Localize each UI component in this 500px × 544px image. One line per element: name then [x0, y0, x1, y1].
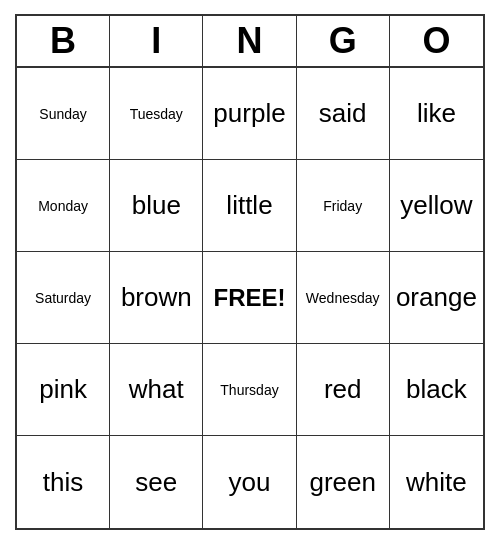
bingo-grid: SundayTuesdaypurplesaidlikeMondaybluelit… — [17, 68, 483, 528]
cell-text: pink — [39, 374, 87, 405]
bingo-cell: Friday — [297, 160, 390, 252]
cell-text: see — [135, 467, 177, 498]
header-letter: B — [17, 16, 110, 66]
cell-text: Sunday — [39, 106, 86, 122]
bingo-cell: you — [203, 436, 296, 528]
header-letter: N — [203, 16, 296, 66]
header-letter: O — [390, 16, 483, 66]
cell-text: blue — [132, 190, 181, 221]
cell-text: yellow — [400, 190, 472, 221]
bingo-cell: red — [297, 344, 390, 436]
bingo-cell: orange — [390, 252, 483, 344]
cell-text: purple — [213, 98, 285, 129]
cell-text: Thursday — [220, 382, 278, 398]
cell-text: Monday — [38, 198, 88, 214]
cell-text: little — [226, 190, 272, 221]
bingo-cell: brown — [110, 252, 203, 344]
bingo-cell: what — [110, 344, 203, 436]
cell-text: red — [324, 374, 362, 405]
cell-text: Friday — [323, 198, 362, 214]
bingo-cell: pink — [17, 344, 110, 436]
bingo-cell: Wednesday — [297, 252, 390, 344]
bingo-cell: yellow — [390, 160, 483, 252]
bingo-card: BINGO SundayTuesdaypurplesaidlikeMondayb… — [15, 14, 485, 530]
bingo-cell: like — [390, 68, 483, 160]
bingo-cell: white — [390, 436, 483, 528]
cell-text: Saturday — [35, 290, 91, 306]
cell-text: what — [129, 374, 184, 405]
bingo-cell: blue — [110, 160, 203, 252]
bingo-cell: green — [297, 436, 390, 528]
cell-text: black — [406, 374, 467, 405]
cell-text: FREE! — [213, 284, 285, 312]
bingo-cell: Monday — [17, 160, 110, 252]
cell-text: brown — [121, 282, 192, 313]
cell-text: white — [406, 467, 467, 498]
bingo-cell: Sunday — [17, 68, 110, 160]
bingo-cell: purple — [203, 68, 296, 160]
bingo-cell: Saturday — [17, 252, 110, 344]
cell-text: you — [229, 467, 271, 498]
header-letter: I — [110, 16, 203, 66]
bingo-cell: said — [297, 68, 390, 160]
bingo-cell: FREE! — [203, 252, 296, 344]
cell-text: said — [319, 98, 367, 129]
cell-text: Wednesday — [306, 290, 380, 306]
cell-text: like — [417, 98, 456, 129]
bingo-cell: Tuesday — [110, 68, 203, 160]
cell-text: orange — [396, 282, 477, 313]
cell-text: Tuesday — [130, 106, 183, 122]
cell-text: green — [309, 467, 376, 498]
bingo-header: BINGO — [17, 16, 483, 68]
header-letter: G — [297, 16, 390, 66]
bingo-cell: see — [110, 436, 203, 528]
bingo-cell: black — [390, 344, 483, 436]
bingo-cell: little — [203, 160, 296, 252]
cell-text: this — [43, 467, 83, 498]
bingo-cell: Thursday — [203, 344, 296, 436]
bingo-cell: this — [17, 436, 110, 528]
